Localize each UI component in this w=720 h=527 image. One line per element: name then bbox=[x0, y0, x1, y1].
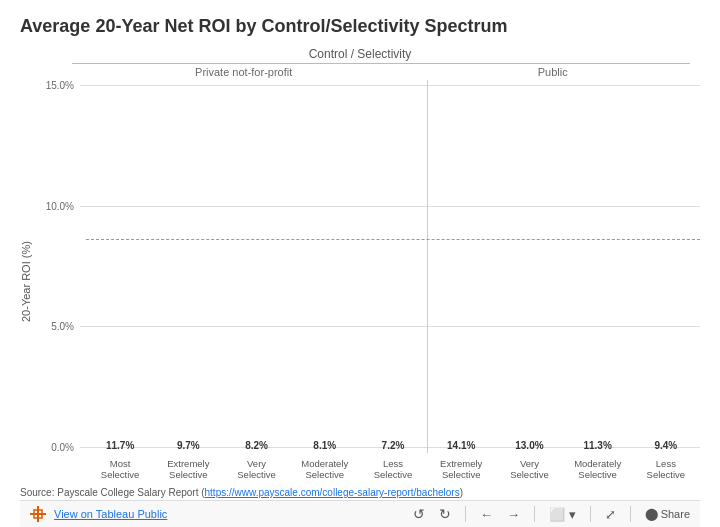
toolbar-divider-4 bbox=[630, 506, 631, 522]
x-labels-area: MostSelectiveExtremelySelectiveVerySelec… bbox=[86, 453, 700, 483]
footer-link[interactable]: https://www.payscale.com/college-salary-… bbox=[205, 487, 460, 498]
toolbar-divider-2 bbox=[534, 506, 535, 522]
footer: Source: Payscale College Salary Report (… bbox=[20, 483, 700, 500]
redo-button[interactable]: ↻ bbox=[439, 506, 451, 522]
bar-group: 13.0% bbox=[495, 80, 563, 453]
toolbar-right: ↺ ↻ ← → ⬜ ▾ ⤢ ⬤ Share bbox=[413, 506, 690, 522]
x-label-line: Selective bbox=[442, 469, 481, 480]
bar-value-label: 11.7% bbox=[106, 440, 134, 451]
toolbar: View on Tableau Public ↺ ↻ ← → ⬜ ▾ ⤢ ⬤ S… bbox=[20, 500, 700, 527]
x-label: ExtremelySelective bbox=[154, 453, 222, 483]
bar-value-label: 9.7% bbox=[177, 440, 200, 451]
section-label-public: Public bbox=[415, 63, 690, 78]
x-label-line: Selective bbox=[374, 469, 413, 480]
bar-value-label: 8.2% bbox=[245, 440, 268, 451]
bar-wrapper: 9.7% bbox=[154, 80, 222, 453]
bar-group: 8.1% bbox=[291, 80, 359, 453]
section-divider bbox=[427, 80, 428, 453]
x-label-line: Selective bbox=[237, 469, 276, 480]
x-label-line: Most bbox=[110, 458, 131, 469]
footer-end: ) bbox=[460, 487, 463, 498]
x-label-line: Selective bbox=[578, 469, 617, 480]
bar-wrapper: 11.7% bbox=[86, 80, 154, 453]
share-label: Share bbox=[661, 508, 690, 520]
tableau-icon bbox=[30, 506, 46, 522]
bar: 8.2% bbox=[232, 440, 281, 453]
bar-wrapper: 8.2% bbox=[222, 80, 290, 453]
x-label-line: Moderately bbox=[301, 458, 348, 469]
bar-group: 11.7% bbox=[86, 80, 154, 453]
bar-wrapper: 7.2% bbox=[359, 80, 427, 453]
x-label: ExtremelySelective bbox=[427, 453, 495, 483]
bar-group: 9.4% bbox=[632, 80, 700, 453]
bar-group: 9.7% bbox=[154, 80, 222, 453]
bar: 13.0% bbox=[505, 440, 554, 453]
x-label-line: Less bbox=[383, 458, 403, 469]
bar: 11.7% bbox=[96, 440, 145, 453]
bar: 11.3% bbox=[573, 440, 622, 453]
x-label-line: Extremely bbox=[167, 458, 209, 469]
back-button[interactable]: ← bbox=[480, 507, 493, 522]
bar-wrapper: 14.1% bbox=[427, 80, 495, 453]
y-label: 15.0% bbox=[42, 80, 80, 91]
x-label: LessSelective bbox=[632, 453, 700, 483]
bar-value-label: 14.1% bbox=[447, 440, 475, 451]
bar: 9.7% bbox=[164, 440, 213, 453]
bar-group: 11.3% bbox=[564, 80, 632, 453]
toolbar-divider-1 bbox=[465, 506, 466, 522]
bar-value-label: 13.0% bbox=[515, 440, 543, 451]
x-label-line: Very bbox=[247, 458, 266, 469]
x-label-line: Extremely bbox=[440, 458, 482, 469]
bar-group: 8.2% bbox=[222, 80, 290, 453]
x-label: ModeratelySelective bbox=[564, 453, 632, 483]
x-label-line: Selective bbox=[101, 469, 140, 480]
undo-button[interactable]: ↺ bbox=[413, 506, 425, 522]
x-label-line: Selective bbox=[169, 469, 208, 480]
y-label: 10.0% bbox=[42, 201, 80, 212]
bar-group: 14.1% bbox=[427, 80, 495, 453]
x-label-line: Very bbox=[520, 458, 539, 469]
x-label-line: Selective bbox=[305, 469, 344, 480]
bar: 7.2% bbox=[368, 440, 417, 453]
share-button[interactable]: ⬤ Share bbox=[645, 507, 690, 521]
x-label-line: Selective bbox=[647, 469, 686, 480]
bar-wrapper: 9.4% bbox=[632, 80, 700, 453]
x-label: MostSelective bbox=[86, 453, 154, 483]
footer-text: Source: Payscale College Salary Report ( bbox=[20, 487, 205, 498]
bar: 14.1% bbox=[437, 440, 486, 453]
x-label: VerySelective bbox=[495, 453, 563, 483]
bar-wrapper: 11.3% bbox=[564, 80, 632, 453]
bar-value-label: 9.4% bbox=[654, 440, 677, 451]
toolbar-divider-3 bbox=[590, 506, 591, 522]
fullscreen-button[interactable]: ⤢ bbox=[605, 507, 616, 522]
bar-wrapper: 13.0% bbox=[495, 80, 563, 453]
forward-button[interactable]: → bbox=[507, 507, 520, 522]
y-label: 0.0% bbox=[42, 442, 80, 453]
section-labels-row: Private not-for-profit Public bbox=[72, 63, 690, 78]
bar-wrapper: 8.1% bbox=[291, 80, 359, 453]
main-container: Average 20-Year Net ROI by Control/Selec… bbox=[0, 0, 720, 527]
bar: 8.1% bbox=[300, 440, 349, 453]
chart-inner: 15.0%10.0%5.0%0.0% 11.7%9.7%8.2%8.1%7.2%… bbox=[42, 80, 700, 483]
view-tableau-label[interactable]: View on Tableau Public bbox=[54, 508, 167, 520]
x-label: LessSelective bbox=[359, 453, 427, 483]
share-icon: ⬤ bbox=[645, 507, 658, 521]
x-label-line: Less bbox=[656, 458, 676, 469]
bar-value-label: 7.2% bbox=[382, 440, 405, 451]
y-axis-label: 20-Year ROI (%) bbox=[20, 80, 38, 483]
x-label: ModeratelySelective bbox=[291, 453, 359, 483]
section-label-private: Private not-for-profit bbox=[72, 63, 415, 78]
chart-area: Control / Selectivity Private not-for-pr… bbox=[20, 47, 700, 500]
bar-value-label: 11.3% bbox=[583, 440, 611, 451]
svg-rect-1 bbox=[30, 513, 46, 515]
y-label: 5.0% bbox=[42, 321, 80, 332]
bar-group: 7.2% bbox=[359, 80, 427, 453]
toolbar-left: View on Tableau Public bbox=[30, 506, 167, 522]
chart-title: Average 20-Year Net ROI by Control/Selec… bbox=[20, 16, 700, 37]
bars-area: 11.7%9.7%8.2%8.1%7.2%14.1%13.0%11.3%9.4% bbox=[86, 80, 700, 453]
bar-value-label: 8.1% bbox=[313, 440, 336, 451]
x-label-line: Selective bbox=[510, 469, 549, 480]
x-label-line: Moderately bbox=[574, 458, 621, 469]
device-button[interactable]: ⬜ ▾ bbox=[549, 507, 576, 522]
graph-container: 20-Year ROI (%) 15.0%10.0%5.0%0.0% 11.7%… bbox=[20, 80, 700, 483]
